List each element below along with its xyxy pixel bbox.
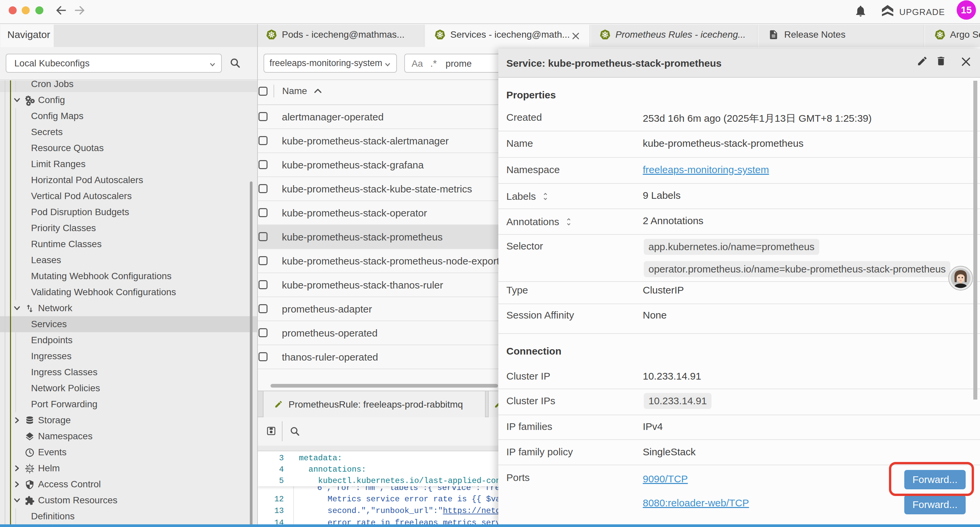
svg-text:HELM: HELM bbox=[26, 467, 34, 470]
